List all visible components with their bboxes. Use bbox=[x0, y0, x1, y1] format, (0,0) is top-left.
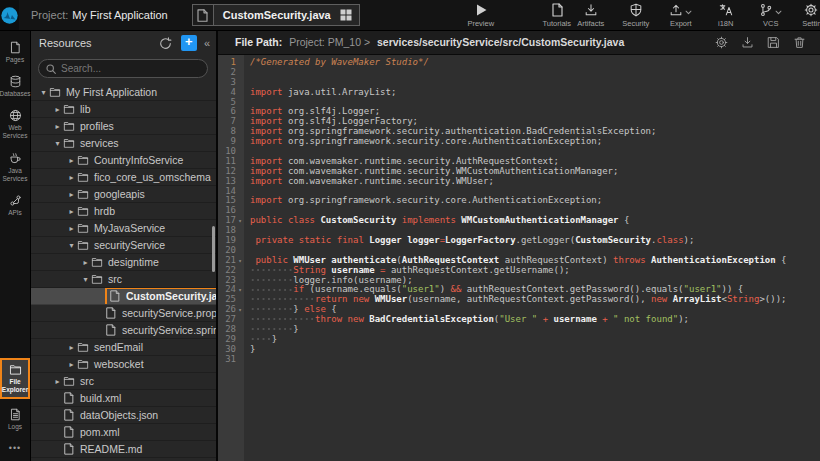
caret-expanded-icon[interactable]: ▾ bbox=[38, 88, 49, 97]
tree-item-securityservice[interactable]: ▾securityService bbox=[30, 237, 216, 254]
caret-collapsed-icon[interactable]: ▸ bbox=[80, 258, 91, 267]
caret-collapsed-icon[interactable]: ▸ bbox=[66, 156, 77, 165]
caret-collapsed-icon[interactable]: ▸ bbox=[66, 224, 77, 233]
caret-down-small bbox=[685, 9, 692, 16]
caret-collapsed-icon[interactable]: ▸ bbox=[66, 207, 77, 216]
tree-item-src[interactable]: ▾src bbox=[30, 271, 216, 288]
fold-spacer bbox=[236, 236, 244, 246]
add-resource-button[interactable]: + bbox=[181, 35, 197, 51]
tree-item-securityservice-spring-xml[interactable]: securityService.spring.xml bbox=[30, 322, 216, 339]
topbar: Project: My First Application CustomSecu… bbox=[0, 0, 820, 31]
tree-item-services[interactable]: ▾services bbox=[30, 135, 216, 152]
fold-marker-icon[interactable]: ▾ bbox=[236, 256, 244, 266]
file-icon bbox=[105, 307, 117, 319]
artifacts-button[interactable]: Artifacts bbox=[574, 3, 608, 28]
caret-collapsed-icon[interactable]: ▸ bbox=[66, 190, 77, 199]
preview-button[interactable]: Preview bbox=[464, 3, 498, 28]
panel-scrollbar[interactable] bbox=[212, 226, 215, 272]
fold-spacer bbox=[236, 78, 244, 88]
settings-button[interactable]: Settings bbox=[799, 3, 820, 28]
caret-collapsed-icon[interactable]: ▸ bbox=[66, 360, 77, 369]
rail-more-button[interactable]: ••• bbox=[9, 443, 21, 453]
rail-item-databases-label: Databases bbox=[0, 90, 31, 98]
fold-spacer bbox=[236, 295, 244, 305]
rail-item-pages[interactable]: Pages bbox=[0, 41, 30, 64]
tree-item-sendemail[interactable]: ▸sendEmail bbox=[30, 339, 216, 356]
wavemaker-logo-icon[interactable] bbox=[0, 0, 19, 30]
coffee-icon bbox=[9, 152, 22, 165]
tree-item-googleapis[interactable]: ▸googleapis bbox=[30, 186, 216, 203]
search-input[interactable]: Search... bbox=[38, 59, 208, 78]
tree-item-label: CountryInfoService bbox=[94, 154, 183, 166]
fold-spacer bbox=[236, 117, 244, 127]
fold-marker-icon[interactable]: ▾ bbox=[236, 216, 244, 226]
export-button[interactable]: Export bbox=[664, 3, 698, 28]
resources-header: Resources + « bbox=[30, 30, 216, 56]
code-line: } bbox=[250, 335, 820, 345]
fold-spacer bbox=[236, 58, 244, 68]
tree-item-countryinfoservice[interactable]: ▸CountryInfoService bbox=[30, 152, 216, 169]
tree-item-myjavaservice[interactable]: ▸MyJavaService bbox=[30, 220, 216, 237]
caret-collapsed-icon[interactable]: ▸ bbox=[52, 377, 63, 386]
tree-item-websocket[interactable]: ▸websocket bbox=[30, 356, 216, 373]
caret-collapsed-icon[interactable]: ▸ bbox=[52, 122, 63, 131]
fold-spacer bbox=[236, 127, 244, 137]
caret-collapsed-icon[interactable]: ▸ bbox=[66, 173, 77, 182]
rail-item-databases[interactable]: Databases bbox=[0, 75, 30, 98]
code-area[interactable]: /*Generated by WaveMaker Studio*/ import… bbox=[244, 55, 820, 461]
file-icon bbox=[63, 443, 75, 455]
refresh-icon[interactable] bbox=[159, 37, 172, 50]
caret-collapsed-icon[interactable]: ▸ bbox=[52, 105, 63, 114]
search-placeholder: Search... bbox=[61, 63, 101, 74]
folder-icon bbox=[63, 103, 75, 115]
tree-item-readme-md[interactable]: README.md bbox=[30, 441, 216, 458]
folder-icon bbox=[77, 188, 89, 200]
code-line: import java.util.ArrayList; bbox=[250, 88, 820, 98]
caret-collapsed-icon[interactable]: ▸ bbox=[66, 343, 77, 352]
tree-item-securityservice-properties[interactable]: securityService.properties bbox=[30, 305, 216, 322]
tree-item-dataobjects-json[interactable]: dataObjects.json bbox=[30, 407, 216, 424]
tree-item-src[interactable]: ▸src bbox=[30, 373, 216, 390]
caret-expanded-icon[interactable]: ▾ bbox=[80, 275, 91, 284]
editor-delete-icon[interactable] bbox=[793, 36, 806, 49]
fold-spacer bbox=[236, 206, 244, 216]
tree-item-lib[interactable]: ▸lib bbox=[30, 101, 216, 118]
project-name[interactable]: My First Application bbox=[72, 9, 167, 21]
security-button[interactable]: Security bbox=[619, 3, 653, 28]
caret-expanded-icon[interactable]: ▾ bbox=[52, 139, 63, 148]
tree-item-build-xml[interactable]: build.xml bbox=[30, 390, 216, 407]
fold-spacer bbox=[236, 325, 244, 335]
rail-item-file-explorer[interactable]: File Explorer bbox=[0, 358, 30, 399]
rail-item-logs[interactable]: Logs bbox=[0, 408, 30, 431]
fold-spacer bbox=[236, 335, 244, 345]
i18n-button[interactable]: i18N bbox=[709, 3, 743, 28]
tree-item-hrdb[interactable]: ▸hrdb bbox=[30, 203, 216, 220]
tree-item-customsecurity-java[interactable]: CustomSecurity.java bbox=[30, 288, 216, 305]
tree-item-label: services bbox=[80, 137, 119, 149]
file-icon bbox=[63, 409, 75, 421]
caret-expanded-icon[interactable]: ▾ bbox=[66, 241, 77, 250]
fold-marker-icon[interactable]: ▾ bbox=[236, 305, 244, 315]
tree-item-my-first-application[interactable]: ▾My First Application bbox=[30, 84, 216, 101]
fold-marker-icon[interactable]: ▾ bbox=[236, 285, 244, 295]
editor-save-icon[interactable] bbox=[767, 36, 780, 49]
editor-download-icon[interactable] bbox=[741, 36, 754, 49]
tree-item-profiles[interactable]: ▸profiles bbox=[30, 118, 216, 135]
editor-header: File Path: Project: PM_10 > services/sec… bbox=[218, 30, 820, 55]
grid-icon[interactable] bbox=[340, 9, 352, 21]
tree-item-label: fico_core_us_omschema bbox=[94, 171, 211, 183]
rail-item-web-services[interactable]: Web Services bbox=[0, 109, 30, 140]
rail-item-apis[interactable]: APIs bbox=[0, 194, 30, 217]
vcs-button[interactable]: VCS bbox=[754, 3, 788, 28]
file-tree: ▾My First Application▸lib▸profiles▾servi… bbox=[30, 84, 216, 458]
collapse-panel-icon[interactable]: « bbox=[204, 37, 210, 49]
editor-settings-icon[interactable] bbox=[715, 36, 728, 49]
rail-item-java-services[interactable]: Java Services bbox=[0, 152, 30, 183]
tree-item-fico-core-us-omschema[interactable]: ▸fico_core_us_omschema bbox=[30, 169, 216, 186]
code-line: } bbox=[250, 325, 820, 335]
tree-item-designtime[interactable]: ▸designtime bbox=[30, 254, 216, 271]
tutorials-button[interactable]: Tutorials bbox=[540, 3, 574, 28]
tree-item-pom-xml[interactable]: pom.xml bbox=[30, 424, 216, 441]
file-path: File Path: Project: PM_10 > services/sec… bbox=[235, 36, 624, 48]
tab-customsecurity-java[interactable]: CustomSecurity.java bbox=[192, 4, 360, 26]
